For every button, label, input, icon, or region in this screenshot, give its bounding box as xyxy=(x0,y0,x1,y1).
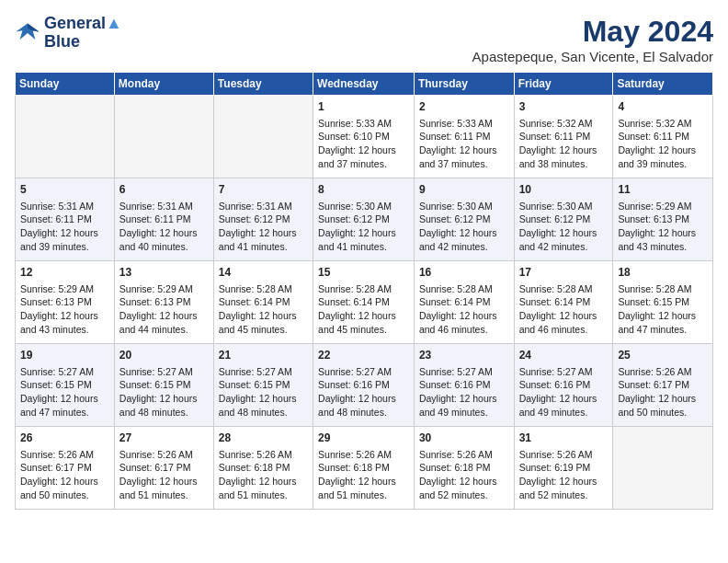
calendar-cell: 10Sunrise: 5:30 AM Sunset: 6:12 PM Dayli… xyxy=(514,178,613,261)
calendar-cell xyxy=(613,427,713,510)
day-info: Sunrise: 5:27 AM Sunset: 6:16 PM Dayligh… xyxy=(519,365,609,419)
day-number: 5 xyxy=(20,182,109,198)
day-number: 9 xyxy=(419,182,509,198)
day-info: Sunrise: 5:31 AM Sunset: 6:12 PM Dayligh… xyxy=(219,200,308,254)
calendar-cell: 30Sunrise: 5:26 AM Sunset: 6:18 PM Dayli… xyxy=(414,427,514,510)
day-number: 14 xyxy=(219,265,308,281)
day-info: Sunrise: 5:32 AM Sunset: 6:11 PM Dayligh… xyxy=(618,117,708,171)
day-number: 17 xyxy=(519,265,609,281)
calendar-cell: 28Sunrise: 5:26 AM Sunset: 6:18 PM Dayli… xyxy=(213,427,313,510)
day-number: 8 xyxy=(318,182,409,198)
calendar-cell: 4Sunrise: 5:32 AM Sunset: 6:11 PM Daylig… xyxy=(613,96,713,178)
day-number: 22 xyxy=(318,348,409,363)
title-block: May 2024 Apastepeque, San Vicente, El Sa… xyxy=(472,15,713,64)
calendar-week-4: 19Sunrise: 5:27 AM Sunset: 6:15 PM Dayli… xyxy=(16,344,713,427)
calendar-cell: 2Sunrise: 5:33 AM Sunset: 6:11 PM Daylig… xyxy=(414,96,514,178)
calendar-cell: 1Sunrise: 5:33 AM Sunset: 6:10 PM Daylig… xyxy=(313,96,415,178)
day-info: Sunrise: 5:26 AM Sunset: 6:18 PM Dayligh… xyxy=(318,448,409,502)
calendar-cell: 23Sunrise: 5:27 AM Sunset: 6:16 PM Dayli… xyxy=(414,344,514,427)
day-number: 3 xyxy=(519,99,609,115)
day-number: 4 xyxy=(618,99,708,115)
day-info: Sunrise: 5:30 AM Sunset: 6:12 PM Dayligh… xyxy=(519,200,609,254)
weekday-header-friday: Friday xyxy=(514,73,613,96)
weekday-header-wednesday: Wednesday xyxy=(313,73,415,96)
calendar-cell: 15Sunrise: 5:28 AM Sunset: 6:14 PM Dayli… xyxy=(313,261,415,344)
day-info: Sunrise: 5:26 AM Sunset: 6:17 PM Dayligh… xyxy=(119,448,209,502)
day-info: Sunrise: 5:27 AM Sunset: 6:15 PM Dayligh… xyxy=(20,365,109,419)
calendar-cell: 3Sunrise: 5:32 AM Sunset: 6:11 PM Daylig… xyxy=(514,96,613,178)
day-number: 7 xyxy=(219,182,308,198)
logo: General▲ Blue xyxy=(15,15,122,52)
calendar-cell: 11Sunrise: 5:29 AM Sunset: 6:13 PM Dayli… xyxy=(613,178,713,261)
day-number: 31 xyxy=(519,431,609,446)
weekday-header-row: SundayMondayTuesdayWednesdayThursdayFrid… xyxy=(16,73,713,96)
day-number: 24 xyxy=(519,348,609,363)
day-info: Sunrise: 5:26 AM Sunset: 6:18 PM Dayligh… xyxy=(219,448,308,502)
day-info: Sunrise: 5:26 AM Sunset: 6:19 PM Dayligh… xyxy=(519,448,609,502)
calendar-cell: 6Sunrise: 5:31 AM Sunset: 6:11 PM Daylig… xyxy=(114,178,213,261)
day-number: 30 xyxy=(419,431,509,446)
day-number: 1 xyxy=(318,99,409,115)
weekday-header-saturday: Saturday xyxy=(613,73,713,96)
calendar-cell: 18Sunrise: 5:28 AM Sunset: 6:15 PM Dayli… xyxy=(613,261,713,344)
calendar-week-3: 12Sunrise: 5:29 AM Sunset: 6:13 PM Dayli… xyxy=(16,261,713,344)
day-info: Sunrise: 5:26 AM Sunset: 6:17 PM Dayligh… xyxy=(20,448,109,502)
logo-icon xyxy=(15,20,40,46)
day-info: Sunrise: 5:26 AM Sunset: 6:17 PM Dayligh… xyxy=(618,365,708,419)
calendar-cell xyxy=(114,96,213,178)
calendar-cell: 20Sunrise: 5:27 AM Sunset: 6:15 PM Dayli… xyxy=(114,344,213,427)
weekday-header-sunday: Sunday xyxy=(16,73,115,96)
day-info: Sunrise: 5:29 AM Sunset: 6:13 PM Dayligh… xyxy=(20,282,109,337)
day-number: 23 xyxy=(419,348,509,363)
day-number: 20 xyxy=(119,348,209,363)
day-info: Sunrise: 5:29 AM Sunset: 6:13 PM Dayligh… xyxy=(618,200,708,254)
calendar-cell: 9Sunrise: 5:30 AM Sunset: 6:12 PM Daylig… xyxy=(414,178,514,261)
day-number: 25 xyxy=(618,348,708,363)
day-info: Sunrise: 5:28 AM Sunset: 6:15 PM Dayligh… xyxy=(618,282,708,337)
day-info: Sunrise: 5:31 AM Sunset: 6:11 PM Dayligh… xyxy=(20,200,109,254)
calendar-cell: 27Sunrise: 5:26 AM Sunset: 6:17 PM Dayli… xyxy=(114,427,213,510)
calendar-cell: 26Sunrise: 5:26 AM Sunset: 6:17 PM Dayli… xyxy=(16,427,115,510)
day-number: 10 xyxy=(519,182,609,198)
calendar-week-2: 5Sunrise: 5:31 AM Sunset: 6:11 PM Daylig… xyxy=(16,178,713,261)
day-number: 28 xyxy=(219,431,308,446)
day-number: 26 xyxy=(20,431,109,446)
calendar-cell: 16Sunrise: 5:28 AM Sunset: 6:14 PM Dayli… xyxy=(414,261,514,344)
day-info: Sunrise: 5:33 AM Sunset: 6:10 PM Dayligh… xyxy=(318,117,409,171)
calendar-cell: 19Sunrise: 5:27 AM Sunset: 6:15 PM Dayli… xyxy=(16,344,115,427)
logo-text: General▲ Blue xyxy=(44,15,122,52)
calendar-cell: 29Sunrise: 5:26 AM Sunset: 6:18 PM Dayli… xyxy=(313,427,415,510)
day-info: Sunrise: 5:28 AM Sunset: 6:14 PM Dayligh… xyxy=(219,282,308,337)
day-info: Sunrise: 5:27 AM Sunset: 6:16 PM Dayligh… xyxy=(318,365,409,419)
day-info: Sunrise: 5:27 AM Sunset: 6:15 PM Dayligh… xyxy=(219,365,308,419)
day-number: 13 xyxy=(119,265,209,281)
page-header: General▲ Blue May 2024 Apastepeque, San … xyxy=(15,15,713,64)
day-info: Sunrise: 5:30 AM Sunset: 6:12 PM Dayligh… xyxy=(318,200,409,254)
day-number: 16 xyxy=(419,265,509,281)
day-number: 18 xyxy=(618,265,708,281)
calendar-cell: 21Sunrise: 5:27 AM Sunset: 6:15 PM Dayli… xyxy=(213,344,313,427)
day-number: 15 xyxy=(318,265,409,281)
day-number: 21 xyxy=(219,348,308,363)
day-info: Sunrise: 5:27 AM Sunset: 6:16 PM Dayligh… xyxy=(419,365,509,419)
calendar-cell xyxy=(16,96,115,178)
day-info: Sunrise: 5:28 AM Sunset: 6:14 PM Dayligh… xyxy=(519,282,609,337)
calendar-cell: 31Sunrise: 5:26 AM Sunset: 6:19 PM Dayli… xyxy=(514,427,613,510)
day-info: Sunrise: 5:30 AM Sunset: 6:12 PM Dayligh… xyxy=(419,200,509,254)
calendar-cell: 24Sunrise: 5:27 AM Sunset: 6:16 PM Dayli… xyxy=(514,344,613,427)
day-info: Sunrise: 5:33 AM Sunset: 6:11 PM Dayligh… xyxy=(419,117,509,171)
day-info: Sunrise: 5:28 AM Sunset: 6:14 PM Dayligh… xyxy=(318,282,409,337)
location: Apastepeque, San Vicente, El Salvador xyxy=(472,49,713,64)
weekday-header-thursday: Thursday xyxy=(414,73,514,96)
weekday-header-tuesday: Tuesday xyxy=(213,73,313,96)
day-number: 11 xyxy=(618,182,708,198)
day-info: Sunrise: 5:32 AM Sunset: 6:11 PM Dayligh… xyxy=(519,117,609,171)
day-info: Sunrise: 5:26 AM Sunset: 6:18 PM Dayligh… xyxy=(419,448,509,502)
calendar-week-5: 26Sunrise: 5:26 AM Sunset: 6:17 PM Dayli… xyxy=(16,427,713,510)
day-number: 2 xyxy=(419,99,509,115)
day-number: 29 xyxy=(318,431,409,446)
calendar-cell: 5Sunrise: 5:31 AM Sunset: 6:11 PM Daylig… xyxy=(16,178,115,261)
day-number: 19 xyxy=(20,348,109,363)
day-info: Sunrise: 5:29 AM Sunset: 6:13 PM Dayligh… xyxy=(119,282,209,337)
calendar-cell: 13Sunrise: 5:29 AM Sunset: 6:13 PM Dayli… xyxy=(114,261,213,344)
